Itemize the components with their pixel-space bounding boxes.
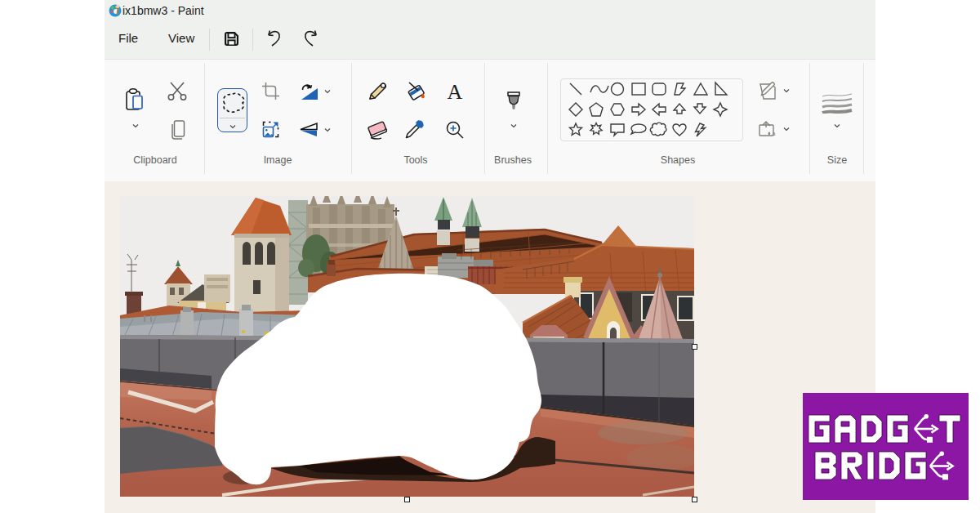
svg-text:a: a xyxy=(773,131,776,136)
svg-text:A: A xyxy=(448,82,463,101)
